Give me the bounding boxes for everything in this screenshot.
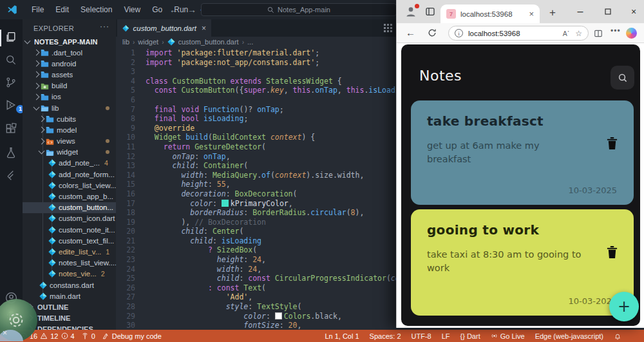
code-line[interactable]: 3 <box>116 67 396 77</box>
explorer-icon[interactable] <box>5 31 19 45</box>
refresh-button[interactable] <box>428 28 437 37</box>
code-line[interactable]: 28 style: TextStyle( <box>116 302 396 312</box>
project-section-header[interactable]: NOTES_APP-MAIN <box>25 36 113 48</box>
menu-item-go[interactable]: Go <box>146 0 168 19</box>
code-line[interactable]: 29 color: Colors.black, <box>116 312 396 321</box>
tab-close-icon[interactable]: × <box>202 24 206 33</box>
tree-item-ios[interactable]: ios <box>23 91 116 102</box>
source-control-icon[interactable] <box>5 76 19 90</box>
tree-item-colors-list-view[interactable]: colors_list_view... <box>23 180 116 191</box>
code-line[interactable]: 21 child: isLoading <box>116 236 396 246</box>
tree-item-custom-button[interactable]: custom_button... <box>23 202 116 213</box>
command-search-box[interactable]: Notes_App-main <box>201 3 397 16</box>
add-note-fab[interactable]: + <box>609 292 639 321</box>
forward-arrow-icon[interactable]: → <box>187 5 196 15</box>
code-line[interactable]: 12 onTap: onTap, <box>116 152 396 162</box>
address-bar[interactable]: i localhost:53968 A᾿ ☆ <box>448 26 589 41</box>
minimize-button[interactable]: – <box>571 0 590 23</box>
code-line[interactable]: 13 child: Container( <box>116 161 396 171</box>
tree-item-assets[interactable]: assets <box>23 69 116 80</box>
status-spaces-2[interactable]: Spaces: 2 <box>366 330 404 342</box>
run-debug-icon[interactable]: 1 <box>5 99 19 113</box>
code-line[interactable]: 22 ? SizedBox( <box>116 245 396 255</box>
back-arrow-icon[interactable]: ← <box>169 5 178 15</box>
tree-item-main-dart[interactable]: main.dart <box>23 290 116 301</box>
browser-tab[interactable]: 7 localhost:53968 × <box>440 5 540 23</box>
code-line[interactable]: 2import 'package:not_app/constans.dart'; <box>116 58 396 68</box>
status-ln-1-col-1[interactable]: Ln 1, Col 1 <box>321 330 362 342</box>
code-line[interactable]: 18 borderRadius: BorderRadius.circular(8… <box>116 208 396 218</box>
code-line[interactable]: 20 child: Center( <box>116 227 396 236</box>
tree-item-build[interactable]: build <box>23 81 116 91</box>
extensions-icon[interactable] <box>5 122 19 137</box>
tree-item-lib[interactable]: lib <box>23 102 116 113</box>
copilot-icon[interactable] <box>626 28 637 39</box>
code-line[interactable]: 24 width: 24, <box>116 265 396 274</box>
code-line[interactable]: 30 fontSize: 20, <box>116 321 396 330</box>
new-tab-button[interactable]: + <box>549 6 556 19</box>
code-line[interactable]: 15 height: 55, <box>116 180 396 189</box>
code-line[interactable]: 26 : const Text( <box>116 283 396 293</box>
back-button[interactable]: ← <box>406 27 415 38</box>
flutter-icon[interactable] <box>5 169 19 184</box>
tree-item-views[interactable]: views <box>23 136 116 147</box>
code-line[interactable]: 6 <box>116 95 396 105</box>
tree-item-widget[interactable]: widget <box>23 147 116 158</box>
close-button[interactable]: × <box>624 0 643 23</box>
tree-item-android[interactable]: android <box>23 58 116 69</box>
debug-my-code-item[interactable]: Debug my code <box>99 330 165 342</box>
testing-icon[interactable] <box>5 146 19 160</box>
status-lf[interactable]: LF <box>439 330 453 342</box>
workspaces-icon[interactable] <box>425 6 435 17</box>
breadcrumb[interactable]: lib›widget›custom_button.dart›... <box>122 37 253 47</box>
breadcrumb-item[interactable]: custom_button.dart <box>178 38 239 46</box>
delete-note-icon[interactable] <box>606 245 618 259</box>
note-card-2[interactable]: gooing to worktake taxi at 8:30 am to go… <box>411 209 634 316</box>
menu-item-selection[interactable]: Selection <box>75 0 118 19</box>
tree-item-add-note[interactable]: add_note_...4 <box>23 158 116 169</box>
menu-item-file[interactable]: File <box>26 0 50 19</box>
tree-item-notes-list-view[interactable]: notes_list_view.... <box>23 258 116 269</box>
notes-search-button[interactable] <box>611 66 634 90</box>
menu-item-edit[interactable]: Edit <box>50 0 75 19</box>
status-utf-8[interactable]: UTF-8 <box>408 330 435 342</box>
tree-item-custom-icon-dart[interactable]: custom_icon.dart <box>23 213 116 224</box>
code-line[interactable]: 27 'Add', <box>116 292 396 302</box>
tree-item-cubits[interactable]: cubits <box>23 113 116 124</box>
maximize-button[interactable] <box>598 0 618 23</box>
code-line[interactable]: 5 const CustomButton({super.key, this.on… <box>116 86 396 95</box>
menu-item-view[interactable]: View <box>118 0 146 19</box>
status-edge-web-javascript[interactable]: Edge (web-javascript) <box>532 330 607 342</box>
code-line[interactable]: 8 final bool isLoading; <box>116 114 396 124</box>
tree-item-custom-app-b[interactable]: custom_app_b... <box>23 191 116 202</box>
code-line[interactable]: 17 color: kPrimaryColor, <box>116 199 396 209</box>
tree-item-constans-dart[interactable]: constans.dart <box>23 280 116 290</box>
code-line[interactable]: 11 return GestureDetector( <box>116 142 396 152</box>
code-line[interactable]: 23 height: 24, <box>116 255 396 265</box>
code-line[interactable]: 1import 'package:flutter/material.dart'; <box>116 48 396 58</box>
code-line[interactable]: 9 @override <box>116 124 396 133</box>
note-card-1[interactable]: take breakfasctget up at 6am make my bre… <box>411 100 634 205</box>
tree-item-model[interactable]: model <box>23 124 116 135</box>
tab-custom-button-dart[interactable]: custom_button.dart × <box>117 19 211 37</box>
read-aloud-icon[interactable]: A᾿ <box>563 30 570 37</box>
status-go-live[interactable]: Go Live <box>488 330 528 342</box>
browser-menu-icon[interactable]: ••• <box>611 26 621 35</box>
breadcrumb-item[interactable]: widget <box>138 38 158 46</box>
code-line[interactable]: 4class CustomButton extends StatelessWid… <box>116 77 396 86</box>
notifications-bell-icon[interactable] <box>611 330 625 342</box>
favorite-star-icon[interactable]: ☆ <box>575 29 582 38</box>
status--dart[interactable]: {} Dart <box>457 330 484 342</box>
code-line[interactable]: 7 final void Function()? onTap; <box>116 105 396 115</box>
tree-item-notes-vie[interactable]: notes_vie...2 <box>23 269 116 280</box>
explorer-more-icon[interactable]: ··· <box>100 22 109 31</box>
code-line[interactable]: 25 child: const CircularProgressIndicato… <box>116 274 396 283</box>
tree-item-edite-list-v[interactable]: edite_list_v...1 <box>23 246 116 257</box>
split-screen-icon[interactable] <box>594 29 603 38</box>
tab-close-icon[interactable]: × <box>529 9 534 19</box>
tree-item--dart-tool[interactable]: .dart_tool <box>23 47 116 58</box>
site-info-icon[interactable]: i <box>455 29 463 37</box>
code-line[interactable]: 14 width: MediaQuery.of(context).size.wi… <box>116 171 396 180</box>
panel-outline[interactable]: OUTLINE <box>23 301 116 312</box>
breadcrumb-item[interactable]: ... <box>247 38 253 46</box>
